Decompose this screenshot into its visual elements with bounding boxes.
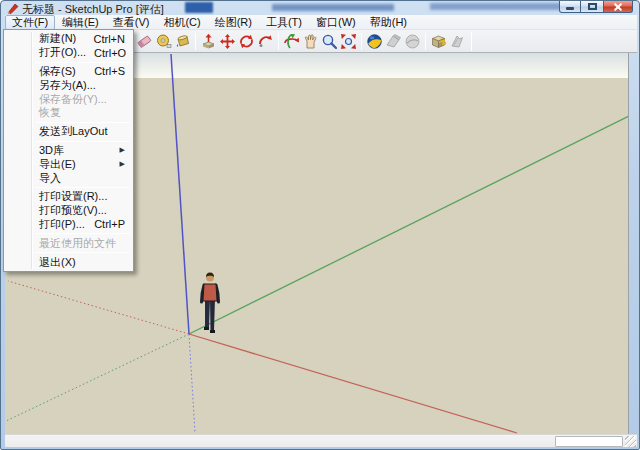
scale-figure-person[interactable] — [198, 271, 222, 335]
menu-item-shortcut: Ctrl+S — [86, 65, 125, 77]
pan-tool-icon[interactable] — [301, 32, 320, 51]
blue-axis — [171, 54, 189, 334]
extension-manager-icon-disabled — [448, 32, 467, 51]
menu-separator — [35, 252, 130, 253]
toolbar-separator — [361, 33, 362, 50]
follow-me-tool-icon[interactable] — [256, 32, 275, 51]
menu-item-label: 保存(S) — [39, 64, 76, 79]
menu-item-exit[interactable]: 退出(X) — [5, 255, 132, 269]
menu-item-shortcut: Ctrl+N — [86, 33, 125, 45]
menu-item-label: 保存备份(Y)... — [39, 92, 107, 107]
menu-item-print-setup[interactable]: 打印设置(R)... — [5, 190, 132, 204]
menu-item-label: 新建(N) — [39, 31, 76, 46]
menu-item-label: 打印预览(V)... — [39, 203, 107, 218]
paint-bucket-tool-icon[interactable] — [173, 32, 192, 51]
menu-item-open[interactable]: 打开(O)... Ctrl+O — [5, 46, 132, 60]
menu-item-label: 导出(E) — [39, 157, 76, 172]
menu-item-import[interactable]: 导入 — [5, 171, 132, 185]
red-axis-dotted — [8, 281, 189, 334]
toolbar-separator — [195, 33, 196, 50]
menu-item-recent-files: 最近使用的文件 — [5, 236, 132, 250]
close-button[interactable] — [603, 1, 633, 13]
close-icon — [613, 2, 623, 12]
eraser-tool-icon[interactable] — [135, 32, 154, 51]
menu-separator — [35, 233, 130, 234]
3d-warehouse-icon[interactable] — [365, 32, 384, 51]
toolbar-separator — [278, 33, 279, 50]
sketchup-logo-icon — [7, 3, 19, 14]
push-pull-tool-icon[interactable] — [199, 32, 218, 51]
menu-item-3d-warehouse[interactable]: 3D库 ▶ — [5, 144, 132, 158]
menu-item-label: 另存为(A)... — [39, 78, 96, 93]
menu-view[interactable]: 查看(V) — [106, 15, 157, 30]
green-axis — [189, 116, 629, 334]
blurred-watermark — [185, 2, 213, 13]
file-menu-dropdown: 新建(N) Ctrl+N 打开(O)... Ctrl+O 保存(S) Ctrl+… — [3, 29, 134, 272]
menu-item-label: 最近使用的文件 — [39, 236, 116, 251]
rotate-tool-icon[interactable] — [237, 32, 256, 51]
submenu-arrow-icon: ▶ — [120, 146, 125, 154]
menu-help[interactable]: 帮助(H) — [363, 15, 414, 30]
menu-item-save-backup: 保存备份(Y)... — [5, 92, 132, 106]
move-tool-icon[interactable] — [218, 32, 237, 51]
menu-tools[interactable]: 工具(T) — [259, 15, 309, 30]
menu-item-export[interactable]: 导出(E) ▶ — [5, 157, 132, 171]
toolbar-separator — [425, 33, 426, 50]
menu-item-label: 发送到LayOut — [39, 124, 107, 139]
tape-measure-tool-icon[interactable] — [154, 32, 173, 51]
menu-bar: 文件(F) 编辑(E) 查看(V) 相机(C) 绘图(R) 工具(T) 窗口(W… — [5, 15, 637, 30]
menu-window[interactable]: 窗口(W) — [309, 15, 363, 30]
app-window: 无标题 - SketchUp Pro [评估] 文件(F) 编辑(E) 查看(V… — [0, 0, 640, 450]
title-bar[interactable]: 无标题 - SketchUp Pro [评估] — [2, 1, 638, 15]
submenu-arrow-icon: ▶ — [120, 160, 125, 168]
menu-item-print[interactable]: 打印(P)... Ctrl+P — [5, 218, 132, 232]
menu-item-send-to-layout[interactable]: 发送到LayOut — [5, 125, 132, 139]
menu-item-shortcut: Ctrl+O — [86, 47, 126, 59]
extension-warehouse-icon[interactable] — [429, 32, 448, 51]
menu-item-label: 退出(X) — [39, 255, 76, 270]
resize-grip[interactable] — [625, 436, 636, 447]
menu-item-label: 打印设置(R)... — [39, 189, 107, 204]
menu-item-label: 3D库 — [39, 143, 64, 158]
minimize-button[interactable] — [559, 1, 581, 13]
menu-separator — [35, 62, 130, 63]
menu-item-label: 打开(O)... — [39, 45, 86, 60]
orbit-tool-icon[interactable] — [282, 32, 301, 51]
menu-file[interactable]: 文件(F) — [5, 15, 55, 30]
maximize-button[interactable] — [581, 1, 603, 13]
menu-separator — [35, 122, 130, 123]
status-bar — [5, 434, 637, 447]
menu-item-label: 打印(P)... — [39, 217, 85, 232]
menu-camera[interactable]: 相机(C) — [156, 15, 207, 30]
window-controls — [559, 1, 633, 13]
green-axis-dotted — [6, 334, 189, 421]
zoom-tool-icon[interactable] — [320, 32, 339, 51]
menu-separator — [35, 187, 130, 188]
menu-item-new[interactable]: 新建(N) Ctrl+N — [5, 32, 132, 46]
share-model-icon-disabled — [384, 32, 403, 51]
menu-item-label: 导入 — [39, 171, 61, 186]
minimize-icon — [566, 7, 574, 10]
menu-item-revert: 恢复 — [5, 106, 132, 120]
menu-draw[interactable]: 绘图(R) — [208, 15, 259, 30]
zoom-extents-tool-icon[interactable] — [339, 32, 358, 51]
menu-item-save[interactable]: 保存(S) Ctrl+S — [5, 65, 132, 79]
toolbar-end-divider — [471, 32, 472, 51]
menu-separator — [35, 141, 130, 142]
blurred-watermark — [272, 4, 394, 11]
red-axis — [189, 334, 517, 433]
menu-item-label: 恢复 — [39, 105, 61, 120]
maximize-icon — [588, 3, 597, 10]
measurements-input[interactable] — [555, 436, 623, 447]
menu-item-print-preview[interactable]: 打印预览(V)... — [5, 204, 132, 218]
share-component-icon-disabled — [403, 32, 422, 51]
menu-item-shortcut: Ctrl+P — [86, 218, 125, 230]
blue-axis-dotted — [189, 334, 195, 433]
menu-edit[interactable]: 编辑(E) — [55, 15, 106, 30]
menu-item-save-as[interactable]: 另存为(A)... — [5, 78, 132, 92]
